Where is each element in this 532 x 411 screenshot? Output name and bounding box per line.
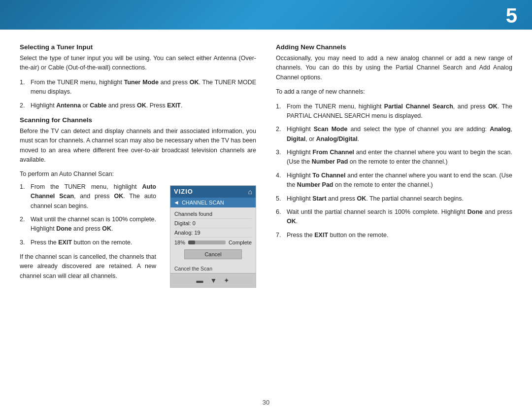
add-step-2: 2. Highlight Scan Mode and select the ty… — [276, 125, 512, 144]
adding-range-intro: To add a range of new channels: — [276, 87, 512, 97]
step-num: 1. — [20, 78, 31, 97]
progress-bar-fill — [188, 240, 195, 244]
digital-row: Digital: 0 — [174, 219, 252, 228]
step-content: From the TUNER menu, highlight Tuner Mod… — [31, 78, 256, 97]
section-title-adding: Adding New Channels — [276, 43, 512, 51]
ui-screenshot-mock: VIZIO ⌂ ◄ CHANNEL SCAN Channels found Di… — [170, 185, 256, 288]
channels-found-row: Channels found — [174, 209, 252, 219]
add-step-4: 4. Highlight To Channel and enter the ch… — [276, 171, 512, 190]
step-content: Highlight Scan Mode and select the type … — [287, 125, 512, 144]
step-num: 2. — [20, 101, 31, 110]
menu-icon[interactable]: ▬ — [197, 276, 203, 284]
footer-page-number: 30 — [263, 399, 269, 406]
step-content: Highlight Antenna or Cable and press OK.… — [31, 101, 256, 110]
channels-found-label: Channels found — [174, 211, 212, 217]
step-content: Press the EXIT button on the remote. — [31, 238, 156, 247]
add-step-1: 1. From the TUNER menu, highlight Partia… — [276, 102, 512, 121]
header-bar: 5 — [0, 0, 532, 30]
right-column: Adding New Channels Occasionally, you ma… — [276, 43, 512, 386]
analog-row: Analog: 19 — [174, 228, 252, 238]
section-title-scanning: Scanning for Channels — [20, 116, 256, 124]
analog-label: Analog: — [174, 230, 193, 236]
progress-bar — [188, 240, 226, 244]
step-num: 1. — [276, 102, 287, 121]
add-step-3: 3. Highlight From Channel and enter the … — [276, 148, 512, 167]
section-title-tuner: Selecting a Tuner Input — [20, 43, 256, 51]
step-num: 3. — [276, 148, 287, 167]
step-num: 5. — [276, 194, 287, 204]
analog-value: 19 — [194, 230, 200, 236]
step-content: Press the EXIT button on the remote. — [287, 231, 512, 240]
step-num: 7. — [276, 231, 287, 240]
step-content: Highlight To Channel and enter the chann… — [287, 171, 512, 190]
step-content: From the TUNER menu, highlight Partial C… — [287, 102, 512, 121]
auto-scan-intro: To perform an Auto Channel Scan: — [20, 170, 256, 179]
scan-step-1: 1. From the TUNER menu, highlight Auto C… — [20, 182, 156, 211]
page-footer: 30 — [0, 396, 532, 411]
down-arrow-icon[interactable]: ▼ — [210, 276, 217, 284]
two-column-layout: Selecting a Tuner Input Select the type … — [0, 30, 532, 396]
progress-pct-label: 18% — [174, 240, 185, 245]
ui-mock-subheader: ◄ CHANNEL SCAN — [170, 198, 256, 207]
step-num: 1. — [20, 182, 31, 211]
step-num: 6. — [276, 207, 287, 227]
step-content: Highlight Start and press OK. The partia… — [287, 194, 512, 204]
ui-mock-body: Channels found Digital: 0 Analog: 19 18% — [170, 207, 256, 263]
left-column: Selecting a Tuner Input Select the type … — [20, 43, 256, 386]
adding-body-text: Occasionally, you may need to add a new … — [276, 54, 512, 82]
add-step-7: 7. Press the EXIT button on the remote. — [276, 231, 512, 240]
scan-step-2: 2. Wait until the channel scan is 100% c… — [20, 215, 156, 234]
add-step-5: 5. Highlight Start and press OK. The par… — [276, 194, 512, 204]
scan-step-3: 3. Press the EXIT button on the remote. — [20, 238, 156, 247]
step-content: From the TUNER menu, highlight Auto Chan… — [31, 182, 156, 211]
digital-label: Digital: — [174, 220, 191, 226]
ui-mock-header: VIZIO ⌂ — [170, 186, 256, 198]
step-content: Wait until the partial channel search is… — [287, 207, 512, 227]
complete-label: Complete — [229, 240, 252, 245]
scanning-body-text: Before the TV can detect and display cha… — [20, 127, 256, 165]
step-num: 2. — [20, 215, 31, 234]
tuner-body-text: Select the type of tuner input you will … — [20, 54, 256, 73]
add-step-6: 6. Wait until the partial channel search… — [276, 207, 512, 227]
step-content: Wait until the channel scan is 100% comp… — [31, 215, 156, 234]
step-num: 2. — [276, 125, 287, 144]
ui-mock-footer-text: Cancel the Scan — [170, 263, 256, 273]
digital-value: 0 — [193, 220, 196, 226]
vizio-logo: VIZIO — [174, 188, 193, 195]
back-arrow-icon: ◄ — [173, 199, 179, 206]
tuner-step-2: 2. Highlight Antenna or Cable and press … — [20, 101, 256, 110]
home-icon: ⌂ — [248, 188, 252, 196]
step-content: Highlight From Channel and enter the cha… — [287, 148, 512, 167]
main-content: Selecting a Tuner Input Select the type … — [0, 30, 532, 411]
cancel-button[interactable]: Cancel — [184, 249, 242, 259]
channel-scan-label: CHANNEL SCAN — [182, 200, 224, 206]
progress-row: 18% Complete — [174, 238, 252, 247]
step-num: 4. — [276, 171, 287, 190]
settings-icon[interactable]: ✦ — [224, 276, 230, 284]
ui-mock-nav: ▬ ▼ ✦ — [170, 273, 256, 287]
page-number: 5 — [506, 4, 517, 28]
step-num: 3. — [20, 238, 31, 247]
tuner-step-1: 1. From the TUNER menu, highlight Tuner … — [20, 78, 256, 97]
